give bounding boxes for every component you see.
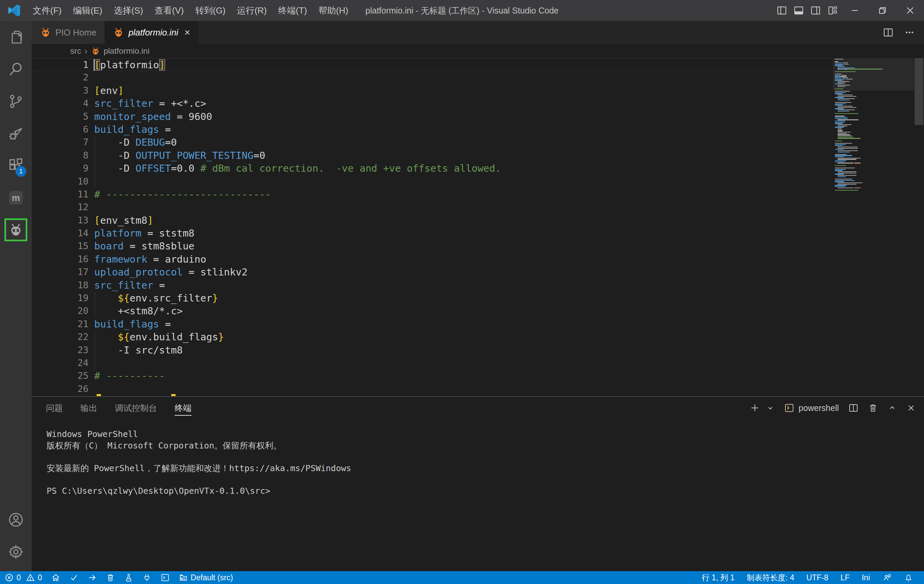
menu-S[interactable]: 选择(S) (108, 0, 149, 21)
code-line-1[interactable]: 1[platformio] (32, 58, 833, 71)
code-line-2[interactable]: 2 (32, 71, 833, 84)
code-line-16[interactable]: 16framework = arduino (32, 253, 833, 266)
code-line-5[interactable]: 5monitor_speed = 9600 (32, 110, 833, 123)
line-number: 10 (32, 175, 89, 188)
terminal-instance-powershell[interactable]: powershell (784, 403, 839, 413)
toggle-secondary-sidebar-icon[interactable] (807, 0, 824, 21)
panel-tab-2[interactable]: 调试控制台 (115, 397, 157, 419)
tab-pio-home[interactable]: PIO Home (32, 21, 104, 44)
new-terminal-icon[interactable] (750, 403, 760, 413)
pio-home[interactable] (46, 571, 65, 584)
code-line-23[interactable]: 23 -I src/stm8 (32, 344, 833, 357)
code-line-10[interactable]: 10 (32, 175, 833, 188)
breadcrumb[interactable]: src › platformio.ini (32, 44, 924, 58)
code-line-18[interactable]: 18src_filter = (32, 279, 833, 292)
close-tab-icon[interactable]: × (185, 27, 190, 38)
restore-button[interactable] (869, 0, 896, 21)
sidebar-item-manage[interactable] (0, 536, 32, 568)
code-line-19[interactable]: 19 ${env.src_filter} (32, 292, 833, 304)
kill-terminal-icon[interactable] (868, 403, 878, 413)
sidebar-item-run-and-debug[interactable] (0, 117, 32, 149)
customize-layout-icon[interactable] (824, 0, 841, 21)
code-line-24[interactable]: 24 (32, 357, 833, 369)
split-editor-icon[interactable] (883, 27, 894, 38)
eol[interactable]: LF (835, 571, 856, 584)
pio-terminal[interactable] (156, 571, 174, 584)
minimap-line (835, 127, 844, 127)
menu-G[interactable]: 转到(G) (190, 0, 231, 21)
code-editor[interactable]: 1[platformio]23[env]4src_filter = +<*.c>… (32, 58, 924, 396)
code-line-12[interactable]: 12 (32, 201, 833, 213)
code-line-4[interactable]: 4src_filter = +<*.c> (32, 97, 833, 110)
pio-upload[interactable] (83, 571, 101, 584)
language-mode[interactable]: Ini (856, 571, 876, 584)
indentation[interactable]: 制表符长度: 4 (741, 571, 800, 584)
code-line-21[interactable]: 21build_flags = (32, 318, 833, 331)
maximize-panel-icon[interactable] (888, 403, 897, 413)
panel-tab-0[interactable]: 问题 (46, 397, 63, 419)
line-number: 25 (32, 369, 89, 382)
breadcrumb-file[interactable]: platformio.ini (104, 46, 150, 56)
sidebar-item-m-extension[interactable]: m (0, 182, 32, 213)
panel-tab-3[interactable]: 终端 (175, 397, 191, 419)
pio-env[interactable]: Default (src) (174, 571, 238, 584)
minimap-line (838, 159, 856, 159)
terminal-dropdown-icon[interactable] (766, 404, 775, 412)
pio-test[interactable] (120, 571, 138, 584)
cursor-position[interactable]: 行 1, 列 1 (696, 571, 741, 584)
editor-more-actions-icon[interactable] (904, 27, 915, 38)
notifications[interactable] (898, 571, 919, 584)
menu-F[interactable]: 文件(F) (27, 0, 67, 21)
feedback[interactable] (876, 571, 898, 584)
menu-V[interactable]: 查看(V) (149, 0, 190, 21)
close-panel-icon[interactable] (906, 403, 916, 413)
sidebar-item-source-control[interactable] (0, 85, 32, 117)
code-line-25[interactable]: 25# ---------- (32, 369, 833, 382)
code-line-3[interactable]: 3[env] (32, 84, 833, 97)
minimap[interactable] (833, 58, 914, 396)
check-icon (69, 573, 79, 582)
pio-serial-monitor[interactable] (138, 571, 156, 584)
pio-build[interactable] (65, 571, 83, 584)
menu-E[interactable]: 编辑(E) (67, 0, 108, 21)
arrow-right-icon (87, 573, 97, 582)
minimize-button[interactable] (841, 0, 869, 21)
split-terminal-icon[interactable] (848, 403, 858, 413)
sidebar-item-accounts[interactable] (0, 504, 32, 536)
editor-scrollbar[interactable] (914, 58, 924, 396)
sidebar-item-search[interactable] (0, 53, 32, 85)
minimap-line (838, 151, 858, 151)
panel-tab-1[interactable]: 输出 (80, 397, 97, 419)
breadcrumb-folder[interactable]: src (70, 46, 81, 56)
sidebar-item-platformio[interactable] (0, 213, 32, 246)
scrollbar-thumb[interactable] (914, 58, 923, 125)
sidebar-item-extensions[interactable]: 1 (0, 149, 32, 182)
menu-T[interactable]: 终端(T) (272, 0, 313, 21)
code-line-15[interactable]: 15board = stm8sblue (32, 240, 833, 253)
code-line-17[interactable]: 17upload_protocol = stlinkv2 (32, 266, 833, 278)
terminal-output[interactable]: Windows PowerShell版权所有（C） Microsoft Corp… (32, 419, 924, 571)
tab-platformio-ini[interactable]: platformio.ini× (105, 21, 198, 44)
code-text: ${env.build_flags} (94, 331, 224, 343)
code-line-13[interactable]: 13[env_stm8] (32, 214, 833, 227)
close-window-button[interactable] (896, 0, 924, 21)
minimap-line (835, 168, 855, 168)
problems-status[interactable]: 0 0 (0, 571, 46, 584)
toggle-sidebar-icon[interactable] (773, 0, 790, 21)
menu-H[interactable]: 帮助(H) (313, 0, 354, 21)
toggle-panel-icon[interactable] (790, 0, 807, 21)
code-line-9[interactable]: 9 -D OFFSET=0.0 # dBm cal correction. -v… (32, 162, 833, 175)
code-line-7[interactable]: 7 -D DEBUG=0 (32, 136, 833, 149)
sidebar-item-explorer[interactable] (0, 21, 32, 53)
code-line-22[interactable]: 22 ${env.build_flags} (32, 331, 833, 343)
code-line-14[interactable]: 14platform = ststm8 (32, 227, 833, 240)
code-line-26[interactable]: 26 (32, 382, 833, 395)
pio-clean[interactable] (101, 571, 120, 584)
minimap-line (853, 68, 855, 68)
encoding[interactable]: UTF-8 (800, 571, 835, 584)
code-line-11[interactable]: 11# ---------------------------- (32, 188, 833, 201)
code-line-20[interactable]: 20 +<stm8/*.c> (32, 304, 833, 318)
code-line-6[interactable]: 6build_flags = (32, 123, 833, 136)
menu-R[interactable]: 运行(R) (231, 0, 272, 21)
code-line-8[interactable]: 8 -D OUTPUT_POWER_TESTING=0 (32, 149, 833, 162)
